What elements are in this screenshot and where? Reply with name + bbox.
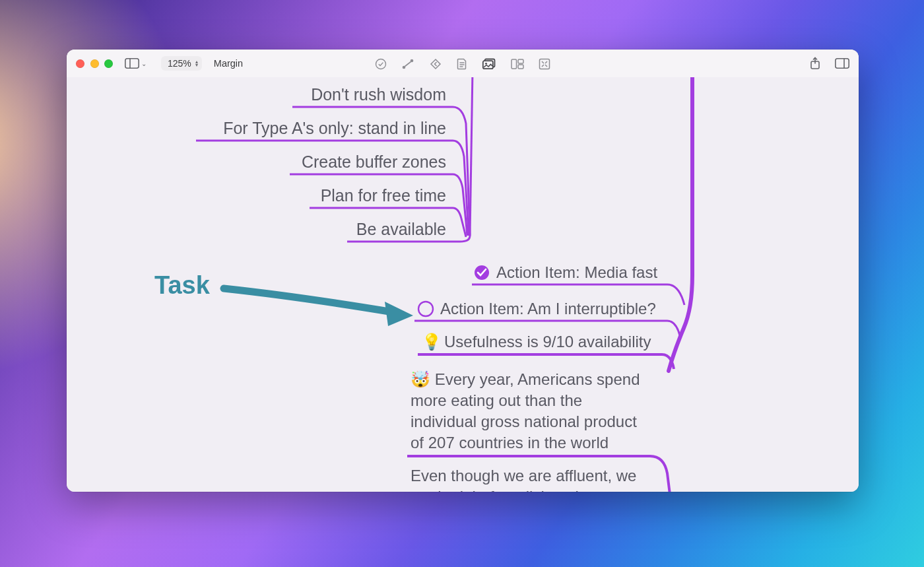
- node-type-a[interactable]: For Type A's only: stand in line: [196, 119, 469, 236]
- trunk-line: [669, 77, 692, 371]
- svg-rect-11: [512, 59, 517, 69]
- stem: [453, 208, 466, 237]
- chevron-down-icon: ⌄: [141, 60, 147, 67]
- back-button[interactable]: [429, 55, 442, 73]
- svg-point-2: [376, 59, 386, 69]
- annotation-arrow: [224, 288, 413, 326]
- node-wisdom-text: Don't rush wisdom: [311, 85, 446, 104]
- svg-rect-12: [518, 59, 523, 63]
- titlebar: ⌄ 125% ▴▾ Margin: [67, 50, 859, 78]
- check-circle-icon: [375, 58, 387, 70]
- inspector-icon: [835, 58, 849, 69]
- window-close-button[interactable]: [76, 59, 84, 68]
- diamond-back-icon: [429, 58, 442, 70]
- traffic-lights: [76, 59, 117, 68]
- inspector-toggle-button[interactable]: [835, 54, 849, 73]
- relationship-tool-button[interactable]: [401, 55, 414, 73]
- stem: [667, 321, 680, 338]
- node-affluent-line1: Even though we are affluent, we: [411, 467, 636, 484]
- svg-rect-13: [518, 65, 523, 69]
- note-icon: [457, 58, 467, 70]
- mindmap-canvas[interactable]: Don't rush wisdom For Type A's only: sta…: [67, 77, 859, 492]
- svg-rect-16: [836, 59, 849, 68]
- stem2: [667, 284, 684, 305]
- media-button[interactable]: [482, 55, 496, 73]
- toolbar-right: [810, 54, 849, 73]
- node-available-text: Be available: [356, 220, 446, 238]
- node-usefulness[interactable]: 💡 Usefulness is 9/10 availability: [418, 332, 674, 369]
- node-free-time-text: Plan for free time: [321, 186, 446, 205]
- layout-button[interactable]: [511, 55, 524, 73]
- node-affluent[interactable]: Even though we are affluent, we are in d…: [411, 467, 637, 492]
- node-americans-line1: 🤯 Every year, Americans spend: [411, 370, 640, 389]
- node-americans-line4: of 207 countries in the world: [411, 434, 609, 451]
- zoom-value: 125%: [168, 58, 191, 69]
- node-available[interactable]: Be available: [347, 220, 470, 242]
- node-media-fast-text: Action Item: Media fast: [496, 263, 657, 281]
- node-affluent-line2: are in debt from living above our: [411, 488, 637, 492]
- svg-point-10: [485, 63, 487, 65]
- annotation-task-label: Task: [154, 271, 211, 299]
- node-buffer-text: Create buffer zones: [302, 152, 446, 171]
- zoom-stepper-icon: ▴▾: [195, 60, 198, 67]
- node-interruptible-text: Action Item: Am I interruptible?: [440, 300, 656, 317]
- focus-button[interactable]: [539, 55, 550, 73]
- svg-rect-14: [540, 59, 550, 69]
- node-americans-line2: more eating out than the: [411, 391, 582, 409]
- node-type-a-text: For Type A's only: stand in line: [223, 119, 446, 137]
- toolbar-center: [375, 55, 550, 73]
- task-unchecked-icon[interactable]: [418, 302, 433, 316]
- connector-icon: [401, 58, 414, 70]
- share-icon: [810, 57, 820, 70]
- svg-rect-0: [125, 59, 139, 68]
- task-tool-button[interactable]: [375, 55, 387, 73]
- node-americans-line3: individual gross national product: [411, 413, 637, 430]
- desktop-wallpaper: ⌄ 125% ▴▾ Margin: [0, 0, 924, 567]
- app-window: ⌄ 125% ▴▾ Margin: [67, 50, 859, 492]
- focus-icon: [539, 58, 550, 70]
- node-media-fast[interactable]: Action Item: Media fast: [472, 263, 691, 305]
- stem: [650, 456, 671, 492]
- task-checked-icon[interactable]: [475, 265, 489, 280]
- node-usefulness-text: Usefulness is 9/10 availability: [444, 333, 651, 350]
- window-minimize-button[interactable]: [90, 59, 99, 68]
- window-zoom-button[interactable]: [104, 59, 113, 68]
- note-button[interactable]: [457, 55, 467, 73]
- share-button[interactable]: [810, 54, 820, 73]
- document-title: Margin: [214, 58, 243, 69]
- arrow-head-icon: [385, 302, 413, 326]
- bundle-to-trunk: [470, 77, 473, 236]
- image-stack-icon: [482, 58, 496, 70]
- sidebar-toggle-button[interactable]: ⌄: [122, 54, 149, 73]
- arrow-shaft: [224, 288, 393, 312]
- mindmap-svg: Don't rush wisdom For Type A's only: sta…: [67, 77, 859, 492]
- bulb-icon: 💡: [422, 332, 442, 351]
- sidebar-icon: [125, 58, 139, 69]
- layout-grid-icon: [511, 59, 524, 69]
- zoom-select[interactable]: 125% ▴▾: [161, 56, 202, 71]
